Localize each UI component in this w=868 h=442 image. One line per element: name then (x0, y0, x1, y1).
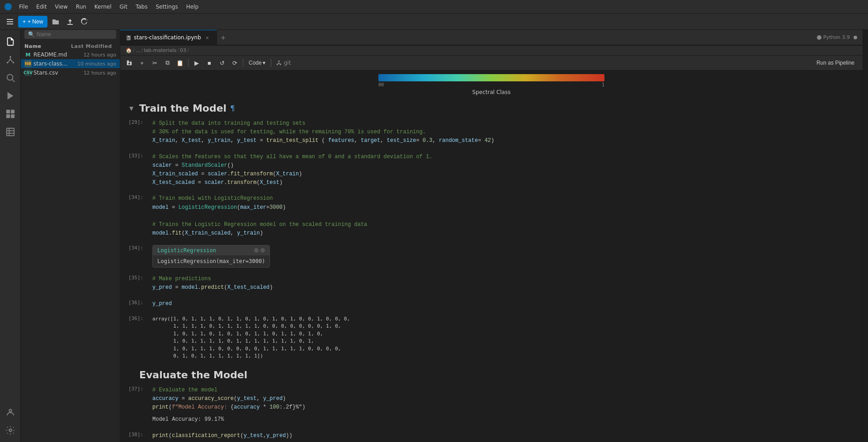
svg-point-8 (7, 75, 13, 80)
svg-point-6 (6, 62, 8, 64)
svg-rect-12 (10, 110, 14, 113)
logistic-regression-output[interactable]: LogisticRegression LogisticRegression(ma… (152, 245, 270, 268)
file-row-readme[interactable]: M README.md 12 hours ago (21, 50, 120, 59)
cell-content-36a[interactable]: y_pred (149, 298, 863, 310)
menu-kernel[interactable]: Kernel (91, 3, 115, 11)
svg-point-21 (817, 35, 821, 40)
code-block-29: # Split the data into training and testi… (149, 118, 863, 147)
svg-point-22 (278, 61, 280, 62)
menu-git[interactable]: Git (116, 3, 131, 11)
cell-content-38[interactable]: print(classification_report(y_test,y_pre… (149, 430, 863, 442)
file-row-csv[interactable]: CSV Stars.csv 12 hours ago (21, 68, 120, 77)
tab-notebook[interactable]: 📓 stars-classification.ipynb × (120, 30, 217, 45)
file-row-notebook[interactable]: NB stars-class... 10 minutes ago (21, 59, 120, 68)
cell-36-code: [36]: y_pred (120, 296, 863, 312)
cell-content-29[interactable]: # Split the data into training and testi… (149, 118, 863, 147)
stop-kernel-button[interactable]: ■ (204, 57, 215, 68)
output-37: Model Accuracy: 99.17% (149, 414, 863, 426)
collapse-button[interactable]: ▼ (129, 105, 137, 112)
refresh-button[interactable] (78, 15, 91, 28)
cell-number-36b: [36]: (122, 314, 149, 321)
menu-tabs[interactable]: Tabs (132, 3, 151, 11)
menu-settings[interactable]: Settings (152, 3, 181, 11)
cell-37-code: [37]: # Evaluate the model accuracy = ac… (120, 382, 863, 428)
run-pipeline-button[interactable]: Run as Pipeline (812, 58, 859, 68)
code-block-38: print(classification_report(y_test,y_pre… (149, 430, 863, 442)
main-layout: 🔍 Name Last Modified M README.md 12 hour… (0, 30, 868, 442)
menu-edit[interactable]: Edit (33, 3, 50, 11)
copy-cell-button[interactable]: ⧉ (162, 57, 173, 68)
breadcrumb-lab-materials[interactable]: lab-materials (144, 47, 176, 53)
tab-add-button[interactable]: + (217, 31, 230, 44)
restart-kernel-button[interactable]: ↺ (217, 57, 227, 68)
activity-run-icon[interactable] (2, 88, 19, 104)
cell-number-38: [38]: (122, 430, 149, 437)
cell-34-output: [34]: LogisticRegression LogisticRegress… (120, 241, 863, 271)
svg-point-5 (9, 56, 11, 58)
cell-content-35[interactable]: # Make predictions y_pred = model.predic… (149, 273, 863, 294)
chart-axis-1: 1 (602, 82, 604, 87)
tab-close-button[interactable]: × (204, 34, 211, 41)
toolbar-separator-2 (243, 59, 243, 67)
sidebar: 🔍 Name Last Modified M README.md 12 hour… (21, 30, 120, 442)
open-button[interactable] (49, 15, 62, 28)
cell-number-29: [29]: (122, 118, 149, 125)
breadcrumb: 🏠 / ... / lab-materials / 03 / (120, 46, 863, 56)
file-modified-readme: 12 hours ago (73, 52, 116, 58)
menu-view[interactable]: View (51, 3, 71, 11)
activity-table-icon[interactable] (2, 124, 19, 140)
run-cell-button[interactable]: ▶ (191, 57, 202, 68)
cut-cell-button[interactable]: ✂ (149, 57, 160, 68)
svg-rect-11 (6, 110, 9, 113)
pilcrow-icon: ¶ (230, 104, 235, 113)
sidebar-toggle-button[interactable] (4, 15, 16, 28)
file-icon-md: M (24, 51, 32, 58)
lr-dot-1 (254, 248, 259, 253)
cell-type-dropdown[interactable]: Code ▾ (246, 59, 268, 67)
activity-git-icon[interactable] (2, 52, 19, 68)
spectral-chart-cell: 0 0 1 Spectral Class (120, 71, 863, 97)
cell-content-37[interactable]: # Evaluate the model accuracy = accuracy… (149, 384, 863, 426)
restart-run-button[interactable]: ⟳ (229, 57, 240, 68)
activity-files-icon[interactable] (2, 33, 19, 50)
breadcrumb-home[interactable]: 🏠 (126, 47, 132, 53)
menu-help[interactable]: Help (183, 3, 202, 11)
save-button[interactable] (124, 57, 135, 68)
new-button[interactable]: + + New (18, 16, 47, 28)
cell-content-34[interactable]: # Train model with LogisticRegression mo… (149, 193, 863, 240)
name-column-header: Name (24, 43, 71, 49)
svg-rect-13 (6, 114, 9, 118)
search-box[interactable]: 🔍 (24, 30, 116, 39)
file-icon-notebook: NB (24, 60, 32, 67)
activity-search-icon[interactable] (2, 70, 19, 86)
notebook-content[interactable]: 0 0 1 Spectral Class ▼ Train the Model ¶… (120, 71, 863, 442)
lr-dot-2 (260, 248, 265, 253)
chart-title: Spectral Class (472, 89, 511, 95)
svg-rect-4 (67, 24, 73, 25)
menu-file[interactable]: File (15, 3, 32, 11)
upload-button[interactable] (64, 15, 76, 28)
paste-cell-button[interactable]: 📋 (175, 57, 185, 68)
git-label: git (284, 60, 291, 66)
search-input[interactable] (37, 31, 95, 38)
lr-output-header: LogisticRegression (153, 245, 269, 255)
cell-content-33[interactable]: # Scales the features so that they all h… (149, 151, 863, 189)
code-block-33: # Scales the features so that they all h… (149, 151, 863, 189)
python-indicator: Python 3.9 (817, 34, 850, 40)
svg-point-20 (9, 429, 12, 432)
activity-settings-icon[interactable] (2, 422, 19, 438)
menu-run[interactable]: Run (72, 3, 90, 11)
add-cell-button[interactable]: + (137, 57, 147, 68)
chart-axis-mid: 0 (381, 82, 384, 87)
activity-extensions-icon[interactable] (2, 106, 19, 122)
chevron-down-icon: ▾ (263, 60, 265, 66)
tab-bar: 📓 stars-classification.ipynb × + Python … (120, 30, 863, 45)
right-scrollbar[interactable] (863, 30, 868, 442)
activity-people-icon[interactable] (2, 404, 19, 420)
svg-rect-15 (6, 128, 14, 136)
breadcrumb-03[interactable]: 03 (180, 47, 186, 53)
cell-number-36a: [36]: (122, 298, 149, 306)
main-toolbar: + + New (0, 14, 868, 30)
breadcrumb-ellipsis[interactable]: ... (136, 47, 141, 53)
lr-header-dots (254, 248, 265, 253)
